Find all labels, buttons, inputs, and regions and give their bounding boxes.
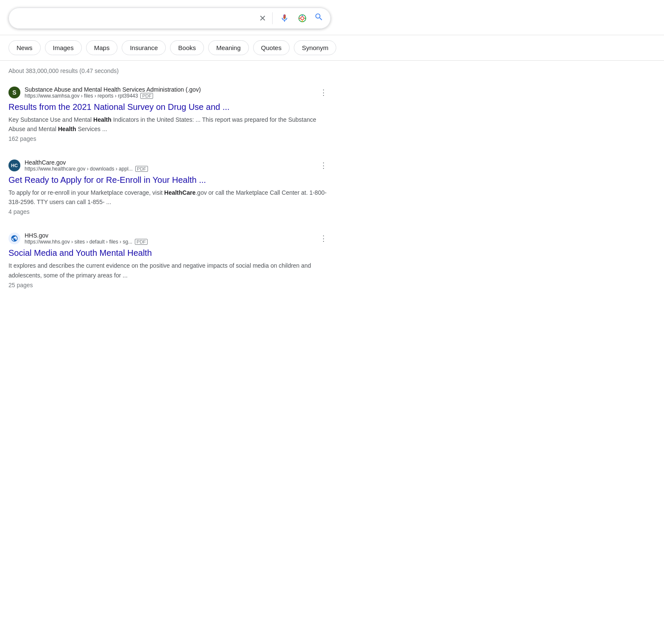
result-source: HHS.gov https://www.hhs.gov › sites › de… <box>8 232 331 245</box>
result-item: HHS.gov https://www.hhs.gov › sites › de… <box>8 224 331 297</box>
result-item: S Substance Abuse and Mental Health Serv… <box>8 78 331 151</box>
favicon: S <box>8 87 20 98</box>
pdf-badge: PDF <box>135 239 148 245</box>
filter-pill-maps[interactable]: Maps <box>86 40 118 55</box>
svg-point-1 <box>301 17 304 20</box>
result-pages: 4 pages <box>8 208 331 215</box>
source-name: HHS.gov <box>25 232 148 239</box>
favicon: HC <box>8 160 20 171</box>
filter-pill-books[interactable]: Books <box>170 40 204 55</box>
favicon <box>8 232 20 244</box>
more-options-button[interactable]: ⋮ <box>316 232 331 245</box>
clear-icon[interactable]: ✕ <box>259 14 266 22</box>
filter-pill-quotes[interactable]: Quotes <box>253 40 290 55</box>
more-options-button[interactable]: ⋮ <box>316 86 331 99</box>
search-bar-container: filetype:pdf health ✕ <box>0 0 664 35</box>
filter-pill-synonym[interactable]: Synonym <box>294 40 337 55</box>
filter-pill-insurance[interactable]: Insurance <box>122 40 166 55</box>
pdf-badge: PDF <box>140 93 153 99</box>
source-url-row: https://www.hhs.gov › sites › default › … <box>25 239 148 245</box>
results-info: About 383,000,000 results (0.47 seconds) <box>0 61 664 78</box>
source-url: https://www.samhsa.gov › files › reports… <box>25 93 138 99</box>
source-info: HealthCare.gov https://www.healthcare.go… <box>25 159 148 172</box>
results-list: S Substance Abuse and Mental Health Serv… <box>0 78 664 297</box>
result-source: S Substance Abuse and Mental Health Serv… <box>8 86 331 99</box>
filter-pill-news[interactable]: News <box>8 40 41 55</box>
search-input[interactable]: filetype:pdf health <box>16 14 259 23</box>
result-snippet: To apply for or re-enroll in your Market… <box>8 188 331 207</box>
result-pages: 162 pages <box>8 135 331 142</box>
search-icons: ✕ <box>259 12 324 24</box>
source-info: Substance Abuse and Mental Health Servic… <box>25 86 201 99</box>
pdf-badge: PDF <box>135 166 148 172</box>
search-divider <box>272 12 273 24</box>
source-url-row: https://www.samhsa.gov › files › reports… <box>25 93 201 99</box>
source-name: HealthCare.gov <box>25 159 148 166</box>
result-title[interactable]: Get Ready to Apply for or Re-Enroll in Y… <box>8 174 331 185</box>
source-url: https://www.hhs.gov › sites › default › … <box>25 239 132 245</box>
filter-pills: NewsImagesMapsInsuranceBooksMeaningQuote… <box>0 35 664 61</box>
result-source: HC HealthCare.gov https://www.healthcare… <box>8 159 331 172</box>
mic-icon[interactable] <box>279 12 290 24</box>
result-item: HC HealthCare.gov https://www.healthcare… <box>8 151 331 224</box>
more-options-button[interactable]: ⋮ <box>316 159 331 172</box>
result-title[interactable]: Social Media and Youth Mental Health <box>8 247 331 258</box>
filter-pill-images[interactable]: Images <box>45 40 82 55</box>
result-snippet: It explores and describes the current ev… <box>8 261 331 280</box>
source-info: HHS.gov https://www.hhs.gov › sites › de… <box>25 232 148 245</box>
result-pages: 25 pages <box>8 282 331 288</box>
source-url: https://www.healthcare.gov › downloads ›… <box>25 166 133 172</box>
source-name: Substance Abuse and Mental Health Servic… <box>25 86 201 93</box>
filter-pill-meaning[interactable]: Meaning <box>208 40 249 55</box>
search-bar: filetype:pdf health ✕ <box>8 8 331 29</box>
source-url-row: https://www.healthcare.gov › downloads ›… <box>25 166 148 172</box>
results-count: About 383,000,000 results (0.47 seconds) <box>8 67 119 74</box>
result-title[interactable]: Results from the 2021 National Survey on… <box>8 101 331 112</box>
search-button[interactable] <box>314 12 324 24</box>
result-snippet: Key Substance Use and Mental Health Indi… <box>8 115 331 134</box>
lens-icon[interactable] <box>296 12 308 24</box>
